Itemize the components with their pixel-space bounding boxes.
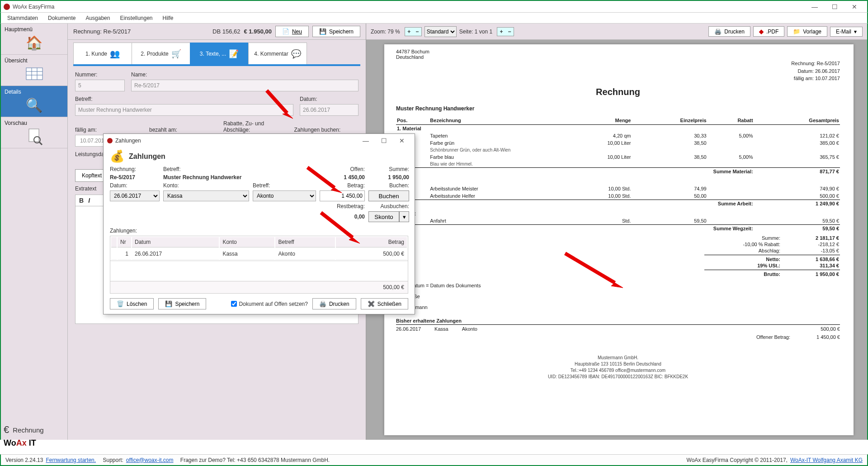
nav-vorschau[interactable]: Vorschau xyxy=(1,117,67,148)
dialog-maximize[interactable]: ☐ xyxy=(375,137,393,144)
tab-kunde[interactable]: 1. Kunde👥 xyxy=(73,43,132,64)
dialog-minimize[interactable]: — xyxy=(357,137,375,144)
template-button[interactable]: 📁Vorlage xyxy=(787,26,827,37)
offen-checkbox[interactable] xyxy=(231,301,237,307)
dlg-summe-val: 1 950,00 xyxy=(368,174,409,181)
bold-button[interactable]: B xyxy=(79,197,84,204)
email-button[interactable]: E-Mail ▾ xyxy=(830,27,863,37)
dlg-zahlungen-label: Zahlungen: xyxy=(110,228,408,234)
fernwartung-link[interactable]: Fernwartung starten. xyxy=(46,457,96,463)
window-title: WoAx EasyFirma xyxy=(13,4,805,10)
maximize-button[interactable]: ☐ xyxy=(825,1,844,12)
dlg-offen-val: 1 450,00 xyxy=(320,174,365,181)
nummer-input[interactable] xyxy=(75,80,125,91)
printer-icon: 🖨️ xyxy=(714,28,722,35)
minimize-button[interactable]: — xyxy=(805,1,825,12)
page-stepper[interactable]: +− xyxy=(497,27,514,36)
buchen-button[interactable]: Buchen xyxy=(368,190,409,201)
dlg-save-button[interactable]: 💾Speichern xyxy=(158,298,206,309)
copyright-label: WoAx EasyFirma Copyright © 2011-2017, xyxy=(687,457,788,463)
nav-label: Vorschau xyxy=(5,120,27,126)
dialog-close[interactable]: ✕ xyxy=(393,137,411,144)
menu-stammdaten[interactable]: Stammdaten xyxy=(3,14,42,22)
statusbar: Version 2.24.13 Fernwartung starten. Sup… xyxy=(0,454,868,466)
company-link[interactable]: WoAx-IT Wolfgang Axamit KG xyxy=(790,457,863,463)
zoom-select[interactable]: Standard xyxy=(425,26,457,37)
woax-logo: WoAx IT xyxy=(4,438,44,448)
zahlungen-label: Zahlungen buchen: xyxy=(294,127,359,133)
payments-dialog: Zahlungen — ☐ ✕ 💰 Zahlungen Rechnung: Be… xyxy=(103,133,415,314)
dialog-buttons: 🗑️Löschen 💾Speichern Dokument auf Offen … xyxy=(110,294,408,309)
doc-notes: stungsdatum = Datum des Dokuments öne Gr… xyxy=(396,283,840,310)
save-icon: 💾 xyxy=(319,28,326,35)
doc-items-table: Pos.BezeichnungMengeEinzelpreisRabattGes… xyxy=(396,116,840,232)
menubar: Stammdaten Dokumente Ausgaben Einstellun… xyxy=(0,13,868,24)
tab-produkte[interactable]: 2. Produkte🛒 xyxy=(132,43,190,64)
dlg-print-button[interactable]: 🖨️Drucken xyxy=(312,298,356,309)
tab-bar: 1. Kunde👥 2. Produkte🛒 3. Texte, ...📝 4.… xyxy=(68,43,366,64)
menu-hilfe[interactable]: Hilfe xyxy=(158,14,178,22)
nav-hauptmenu[interactable]: Hauptmenü 🏠 xyxy=(1,24,67,55)
tab-kommentar[interactable]: 4. Kommentar💬 xyxy=(248,43,307,64)
dlg-betrag-input[interactable] xyxy=(320,190,365,201)
tab-texte[interactable]: 3. Texte, ...📝 xyxy=(190,43,249,64)
app-icon xyxy=(107,138,113,143)
dlg-rechnung-label: Rechnung: xyxy=(110,166,160,172)
save-button[interactable]: 💾Speichern xyxy=(312,26,360,37)
menu-dokumente[interactable]: Dokumente xyxy=(43,14,80,22)
nav-details[interactable]: Details 🔍 xyxy=(1,86,67,117)
grid-icon xyxy=(5,64,64,84)
dlg-close-button[interactable]: ✖️Schließen xyxy=(361,298,408,309)
dlg-betreff2-label: Betreff: xyxy=(253,182,316,189)
skonto-button[interactable]: Skonto xyxy=(368,211,399,222)
invoice-title: Rechnung: Re-5/2017 xyxy=(73,28,131,35)
nav-label: Details xyxy=(5,89,21,95)
doc-footer: Mustermann GmbH.Hauptstraße 123 10115 Be… xyxy=(396,355,840,380)
dlg-konto-select[interactable]: Kassa xyxy=(163,190,249,201)
page-label: Seite: 1 von 1 xyxy=(459,29,492,35)
document-icon: 📄 xyxy=(282,28,289,35)
betreff-label: Betreff: xyxy=(75,96,293,102)
betreff-input[interactable] xyxy=(75,104,293,116)
dlg-buchen-label: Buchen: xyxy=(368,182,409,189)
doc-title: Rechnung xyxy=(396,87,840,97)
doc-address: 44787 BochumDeutschland xyxy=(396,49,840,60)
support-email[interactable]: office@woax-it.com xyxy=(126,457,174,463)
dlg-betreff-select[interactable]: Akonto xyxy=(253,190,316,201)
zoom-stepper[interactable]: +− xyxy=(405,27,422,36)
document-viewport[interactable]: 44787 BochumDeutschland Rechnung: Re-5/2… xyxy=(366,40,867,440)
dialog-titlebar[interactable]: Zahlungen — ☐ ✕ xyxy=(104,134,415,147)
trash-icon: 🗑️ xyxy=(117,300,124,307)
delete-button[interactable]: 🗑️Löschen xyxy=(110,298,154,309)
pdf-button[interactable]: ◆.PDF xyxy=(753,26,784,37)
printer-icon: 🖨️ xyxy=(319,300,326,307)
people-icon: 👥 xyxy=(110,49,120,59)
italic-button[interactable]: I xyxy=(88,197,90,204)
svg-line-7 xyxy=(39,142,42,145)
new-button[interactable]: 📄Neu xyxy=(275,26,309,37)
sidebar: Hauptmenü 🏠 Übersicht Details 🔍 Vorschau xyxy=(1,24,68,440)
doc-totals: Summe:2 181,17 € -10,00 % Rabatt:-218,12… xyxy=(396,235,840,277)
name-label: Name: xyxy=(131,71,359,78)
nav-uebersicht[interactable]: Übersicht xyxy=(1,55,67,86)
datum-label: Datum: xyxy=(300,96,359,102)
close-button[interactable]: ✕ xyxy=(844,1,864,12)
menu-ausgaben[interactable]: Ausgaben xyxy=(81,14,114,22)
datum-input[interactable] xyxy=(300,104,359,116)
info-icon: 💬 xyxy=(291,49,301,59)
dlg-datum-select[interactable]: 26.06.2017 xyxy=(110,190,160,201)
pdf-icon: ◆ xyxy=(759,28,764,35)
version-label: Version 2.24.13 xyxy=(5,457,43,463)
menu-einstellungen[interactable]: Einstellungen xyxy=(115,14,157,22)
skonto-dropdown[interactable]: ▾ xyxy=(399,211,409,222)
invoice-header: Rechnung: Re-5/2017 DB 156,62 € 1.950,00… xyxy=(68,24,366,40)
rechnung-label: €Rechnung xyxy=(4,424,44,436)
name-input[interactable] xyxy=(131,80,359,91)
dialog-heading: Zahlungen xyxy=(129,152,165,161)
print-button[interactable]: 🖨️Drucken xyxy=(708,26,750,37)
support-label: Support: xyxy=(103,457,123,463)
dlg-betreff-val: Muster Rechnung Handwerker xyxy=(163,174,316,181)
doc-meta: Rechnung: Re-5/2017Datum: 26.06.2017fäll… xyxy=(396,60,840,82)
table-row[interactable]: 126.06.2017KassaAkonto500,00 € xyxy=(111,248,407,260)
offen-checkbox-label[interactable]: Dokument auf Offen setzen? xyxy=(231,301,308,307)
